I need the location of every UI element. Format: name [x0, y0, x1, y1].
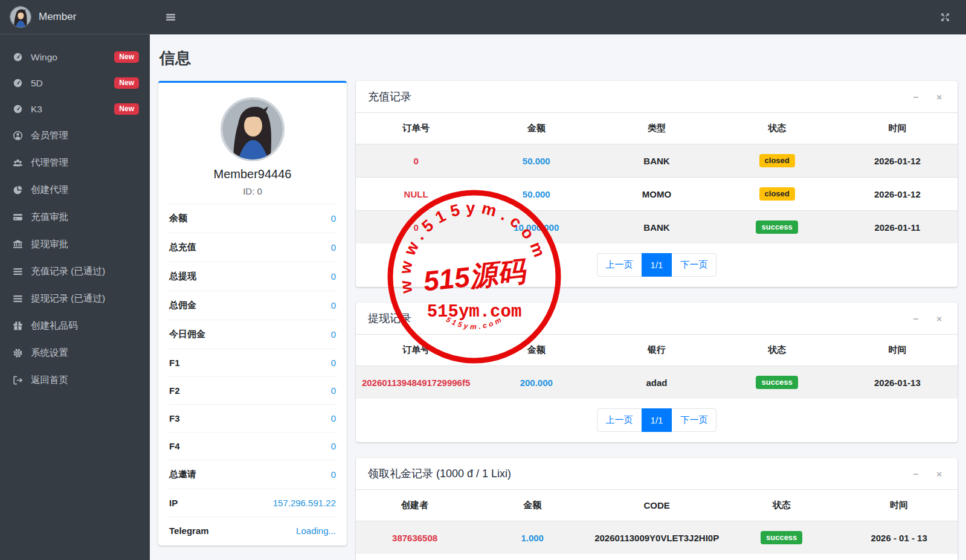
column-header: 订单号 — [356, 113, 476, 144]
prev-page-button[interactable]: 上一页 — [597, 408, 642, 432]
sidebar-item-label: 创建代理 — [31, 184, 68, 196]
withdraw-records-table: 订单号金额银行状态时间20260113948491729996f5200.000… — [356, 335, 958, 399]
gear-icon — [11, 348, 24, 358]
table-cell: BANK — [596, 144, 716, 178]
profile-stat-row: 总提现0 — [168, 262, 337, 291]
sidebar-item-withdraw-records[interactable]: 提现记录 (已通过) — [5, 285, 145, 312]
column-header: 订单号 — [356, 335, 476, 366]
stat-value: 0 — [331, 329, 336, 340]
current-page-button[interactable]: 1/1 — [642, 253, 672, 277]
card-title: 提现记录 — [368, 311, 898, 326]
close-icon[interactable]: × — [933, 91, 945, 103]
table-cell: 2026-01-12 — [837, 178, 958, 211]
brand-label: Member — [39, 11, 76, 23]
stat-value: 0 — [331, 441, 336, 451]
stat-value: 0 — [331, 271, 336, 282]
sidebar-item-wingo[interactable]: WingoNew — [5, 44, 145, 70]
sidebar-item-label: 返回首页 — [31, 374, 68, 387]
stat-label: F1 — [169, 358, 180, 368]
table-cell: MOMO — [596, 178, 716, 211]
table-row: NULL50.000MOMOclosed2026-01-12 — [356, 178, 958, 211]
stat-label: F3 — [169, 413, 180, 423]
prev-page-button[interactable]: 上一页 — [597, 253, 642, 277]
close-icon[interactable]: × — [933, 468, 945, 480]
column-header: CODE — [591, 490, 723, 521]
column-header: 状态 — [723, 490, 840, 521]
table-cell: 20260113948491729996f5 — [356, 366, 476, 399]
sidebar-menu: WingoNew5DNewK3New会员管理代理管理创建代理充值审批提现审批充值… — [0, 34, 150, 394]
profile-stat-row: TelegramLoading... — [168, 517, 337, 544]
profile-stat-row: 今日佣金0 — [168, 320, 337, 349]
sidebar-item-label: 创建礼品码 — [31, 320, 78, 332]
sidebar-item-label: 系统设置 — [31, 347, 68, 359]
sidebar-item-member-management[interactable]: 会员管理 — [5, 122, 145, 149]
profile-avatar — [221, 97, 285, 161]
column-header: 状态 — [717, 113, 837, 144]
table-row: 010.000.000BANKsuccess2026-01-11 — [356, 211, 958, 244]
collapse-icon[interactable]: − — [909, 91, 922, 103]
sidebar-item-label: 5D — [31, 78, 43, 89]
fullscreen-button[interactable] — [936, 8, 954, 26]
new-badge: New — [114, 103, 139, 115]
column-header: 金额 — [474, 490, 591, 521]
profile-stat-row: IP157.296.591.22 — [168, 489, 337, 517]
sidebar-item-recharge-approval[interactable]: 充值审批 — [5, 204, 145, 231]
table-cell: 50.000 — [476, 178, 596, 211]
sidebar-item-5d[interactable]: 5DNew — [5, 70, 145, 96]
recharge-records-card: 充值记录−×订单号金额类型状态时间050.000BANKclosed2026-0… — [356, 81, 958, 287]
collapse-icon[interactable]: − — [909, 468, 922, 480]
sidebar-item-system-settings[interactable]: 系统设置 — [5, 340, 145, 367]
stat-value: 0 — [331, 385, 336, 396]
sidebar-item-create-agent[interactable]: 创建代理 — [5, 176, 145, 204]
collapse-icon[interactable]: − — [909, 313, 922, 324]
table-cell: 2026 - 01 - 13 — [840, 521, 958, 555]
new-badge: New — [114, 77, 139, 89]
next-page-button[interactable]: 下一页 — [671, 408, 716, 432]
profile-name: Member94446 — [168, 167, 337, 181]
table-cell: 200.000 — [476, 366, 596, 399]
stat-label: F2 — [169, 385, 180, 396]
sidebar-item-label: 代理管理 — [31, 156, 68, 169]
pagination: 上一页1/1下一页 — [356, 243, 958, 287]
next-page-button[interactable]: 下一页 — [671, 253, 716, 277]
sidebar-item-label: Wingo — [31, 52, 57, 63]
table-cell: adad — [596, 366, 716, 399]
list-icon — [11, 294, 24, 304]
status-cell: closed — [717, 144, 837, 178]
column-header: 时间 — [837, 335, 958, 366]
sidebar-item-label: 会员管理 — [31, 129, 68, 142]
bank-icon — [11, 239, 24, 249]
stat-label: 总充值 — [169, 242, 196, 253]
sidebar-item-k3[interactable]: K3New — [5, 96, 145, 122]
stat-value: 0 — [331, 213, 336, 224]
profile-id: ID: 0 — [168, 186, 337, 196]
pagination: 上一页1/1下一页 — [356, 554, 958, 560]
stat-label: 总提现 — [169, 271, 196, 282]
sidebar-item-back-home[interactable]: 返回首页 — [5, 367, 145, 394]
current-page-button[interactable]: 1/1 — [642, 408, 672, 432]
column-header: 时间 — [837, 113, 958, 144]
column-header: 金额 — [476, 335, 596, 366]
table-cell: 2026-01-13 — [837, 366, 958, 399]
sidebar-item-create-giftcode[interactable]: 创建礼品码 — [5, 312, 145, 340]
recharge-records-table: 订单号金额类型状态时间050.000BANKclosed2026-01-12NU… — [356, 113, 958, 243]
status-badge: success — [756, 220, 797, 234]
brand-user-panel[interactable]: Member — [0, 0, 150, 34]
profile-stat-row: F40 — [168, 432, 337, 460]
stat-value: 0 — [331, 358, 336, 368]
table-cell: 0 — [356, 211, 476, 244]
top-navbar — [150, 0, 966, 34]
sidebar-toggle-button[interactable] — [162, 8, 179, 26]
sidebar-item-recharge-records[interactable]: 充值记录 (已通过) — [5, 258, 145, 285]
hamburger-icon — [166, 12, 176, 22]
status-cell: closed — [717, 178, 837, 211]
signout-icon — [11, 375, 24, 385]
profile-stat-row: 余额0 — [168, 204, 337, 233]
sidebar-item-agent-management[interactable]: 代理管理 — [5, 149, 145, 176]
gift-icon — [11, 321, 24, 331]
pie-chart-icon — [11, 185, 24, 195]
sidebar-item-label: 充值记录 (已通过) — [31, 265, 105, 278]
close-icon[interactable]: × — [933, 313, 945, 324]
status-badge: closed — [759, 187, 795, 201]
sidebar-item-withdraw-approval[interactable]: 提现审批 — [5, 231, 145, 258]
